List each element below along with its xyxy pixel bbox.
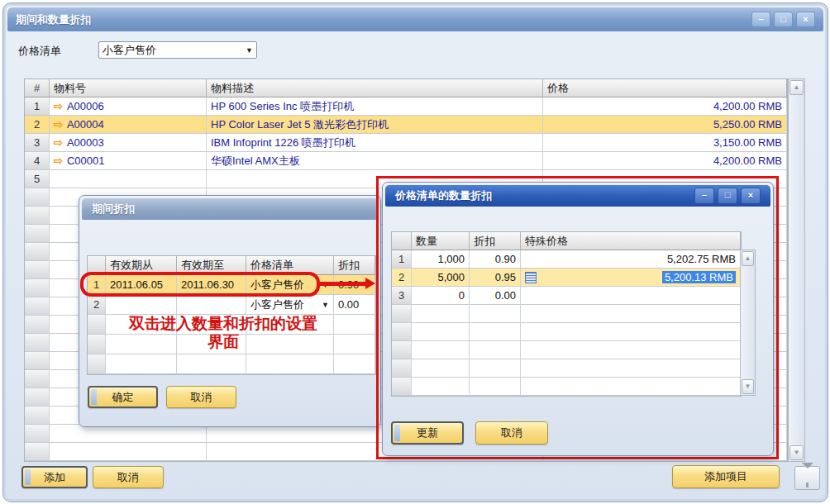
link-arrow-icon[interactable] bbox=[54, 137, 63, 148]
row-num[interactable]: 5 bbox=[25, 170, 50, 188]
maximize-icon[interactable] bbox=[718, 188, 737, 204]
price-list-dropdown[interactable]: 小客户售价 ▼ bbox=[98, 41, 257, 59]
valid-from-cell[interactable] bbox=[106, 295, 177, 315]
item-no-cell[interactable]: A00004 bbox=[50, 116, 207, 134]
empty-cell[interactable] bbox=[334, 354, 375, 374]
row-num[interactable]: 3 bbox=[25, 134, 50, 152]
row-num[interactable] bbox=[25, 334, 50, 352]
row-num[interactable]: 2 bbox=[392, 269, 412, 287]
row-num[interactable]: 2 bbox=[25, 116, 50, 134]
quantity-cell[interactable]: 0 bbox=[412, 287, 470, 305]
row-num[interactable] bbox=[25, 407, 50, 425]
table-row[interactable]: 3 A00003 IBM Infoprint 1226 喷墨打印机 3,150.… bbox=[25, 134, 787, 152]
discount-cell[interactable]: 0.00 bbox=[334, 295, 375, 315]
table-row[interactable]: 2 小客户售价▼ 0.00 bbox=[88, 295, 375, 315]
period-dialog-titlebar[interactable]: 期间折扣 bbox=[82, 198, 378, 220]
empty-cell[interactable] bbox=[50, 425, 207, 443]
empty-cell[interactable] bbox=[412, 323, 470, 341]
table-row-empty[interactable] bbox=[392, 341, 741, 359]
discount-cell[interactable]: 0.00 bbox=[470, 287, 521, 305]
row-num[interactable]: 3 bbox=[392, 287, 412, 305]
discount-cell[interactable]: 0.90 bbox=[470, 250, 521, 269]
update-button[interactable]: 更新 bbox=[391, 421, 464, 445]
link-arrow-icon[interactable] bbox=[54, 155, 63, 166]
empty-cell[interactable] bbox=[521, 378, 741, 396]
item-no-cell[interactable] bbox=[50, 170, 207, 188]
item-no-cell[interactable]: A00003 bbox=[50, 134, 207, 152]
price-cell[interactable]: 4,200.00 RMB bbox=[543, 97, 787, 116]
quantity-cell[interactable]: 5,000 bbox=[412, 269, 470, 287]
row-num[interactable] bbox=[25, 425, 50, 443]
row-num[interactable] bbox=[392, 359, 412, 378]
link-arrow-icon[interactable] bbox=[54, 119, 63, 130]
discount-cell[interactable]: 0.95 bbox=[470, 269, 521, 287]
empty-cell[interactable] bbox=[470, 305, 521, 323]
link-arrow-icon[interactable] bbox=[54, 101, 63, 112]
table-row[interactable]: 3 0 0.00 bbox=[392, 287, 741, 305]
dropdown-arrow-icon[interactable]: ▼ bbox=[322, 301, 329, 309]
row-num[interactable] bbox=[392, 323, 412, 341]
empty-cell[interactable] bbox=[177, 354, 246, 374]
main-titlebar[interactable]: 期间和数量折扣 bbox=[7, 7, 823, 31]
add-button[interactable]: 添加 bbox=[21, 466, 88, 488]
row-num[interactable]: 1 bbox=[392, 250, 412, 269]
price-cell[interactable]: 3,150.00 RMB bbox=[543, 134, 787, 152]
empty-cell[interactable] bbox=[470, 378, 521, 396]
price-cell[interactable]: 4,200.00 RMB bbox=[543, 152, 787, 170]
row-num[interactable] bbox=[392, 378, 412, 396]
row-num[interactable] bbox=[25, 207, 50, 225]
description-cell[interactable]: HP 600 Series Inc 喷墨打印机 bbox=[207, 97, 543, 116]
empty-cell[interactable] bbox=[521, 341, 741, 359]
description-cell[interactable]: 华硕Intel AMX主板 bbox=[207, 152, 543, 170]
table-row-empty[interactable] bbox=[392, 359, 741, 378]
row-num[interactable] bbox=[25, 279, 50, 297]
row-num[interactable] bbox=[25, 261, 50, 279]
table-row-selected[interactable]: 2 A00004 HP Color Laser Jet 5 激光彩色打印机 5,… bbox=[25, 116, 787, 134]
item-no-cell[interactable]: A00006 bbox=[50, 97, 207, 116]
price-cell[interactable]: 5,250.00 RMB bbox=[543, 116, 787, 134]
table-row[interactable]: 4 C00001 华硕Intel AMX主板 4,200.00 RMB bbox=[25, 152, 787, 170]
row-num[interactable] bbox=[88, 354, 106, 374]
description-cell[interactable]: HP Color Laser Jet 5 激光彩色打印机 bbox=[207, 116, 543, 134]
ok-button[interactable]: 确定 bbox=[88, 386, 158, 408]
empty-cell[interactable] bbox=[470, 323, 521, 341]
cancel-button[interactable]: 取消 bbox=[93, 466, 164, 488]
empty-cell[interactable] bbox=[412, 305, 470, 323]
add-item-button[interactable]: 添加项目 bbox=[672, 465, 780, 488]
maximize-icon[interactable] bbox=[774, 12, 793, 27]
row-num[interactable] bbox=[25, 352, 50, 370]
cancel-button[interactable]: 取消 bbox=[166, 386, 236, 408]
empty-cell[interactable] bbox=[521, 323, 741, 341]
table-row[interactable]: 1 1,000 0.90 5,202.75 RMB bbox=[392, 250, 741, 269]
close-icon[interactable] bbox=[796, 12, 815, 27]
quantity-table-scrollbar[interactable]: ▲ ▼ bbox=[740, 250, 756, 396]
calculator-picker-icon[interactable] bbox=[525, 272, 537, 283]
empty-cell[interactable] bbox=[470, 341, 521, 359]
close-icon[interactable] bbox=[741, 188, 761, 204]
description-cell[interactable]: IBM Infoprint 1226 喷墨打印机 bbox=[207, 134, 543, 152]
scroll-down-icon[interactable]: ▼ bbox=[742, 379, 754, 394]
empty-cell[interactable] bbox=[521, 305, 741, 323]
empty-cell[interactable] bbox=[246, 354, 334, 374]
valid-to-cell[interactable] bbox=[177, 295, 246, 315]
table-row[interactable]: 1 A00006 HP 600 Series Inc 喷墨打印机 4,200.0… bbox=[25, 97, 787, 116]
quantity-dialog-titlebar[interactable]: 价格清单的数量折扣 bbox=[385, 185, 770, 207]
row-num[interactable] bbox=[25, 316, 50, 334]
special-price-cell[interactable]: 5,200.13 RMB bbox=[521, 269, 741, 287]
empty-cell[interactable] bbox=[412, 378, 470, 396]
filter-button[interactable] bbox=[794, 466, 820, 490]
row-num[interactable] bbox=[392, 305, 412, 323]
special-price-cell[interactable]: 5,202.75 RMB bbox=[521, 250, 741, 269]
row-num[interactable] bbox=[392, 341, 412, 359]
empty-cell[interactable] bbox=[521, 359, 741, 378]
table-row-empty[interactable] bbox=[88, 354, 375, 374]
special-price-cell[interactable] bbox=[521, 287, 741, 305]
scroll-up-icon[interactable]: ▲ bbox=[789, 80, 804, 95]
empty-cell[interactable] bbox=[50, 443, 207, 461]
empty-cell[interactable] bbox=[106, 354, 177, 374]
table-row-empty[interactable] bbox=[392, 378, 741, 396]
row-num[interactable]: 4 bbox=[25, 152, 50, 170]
price-list-cell[interactable]: 小客户售价▼ bbox=[246, 295, 334, 315]
table-row-selected[interactable]: 2 5,000 0.95 5,200.13 RMB bbox=[392, 269, 741, 287]
empty-cell[interactable] bbox=[412, 359, 470, 378]
